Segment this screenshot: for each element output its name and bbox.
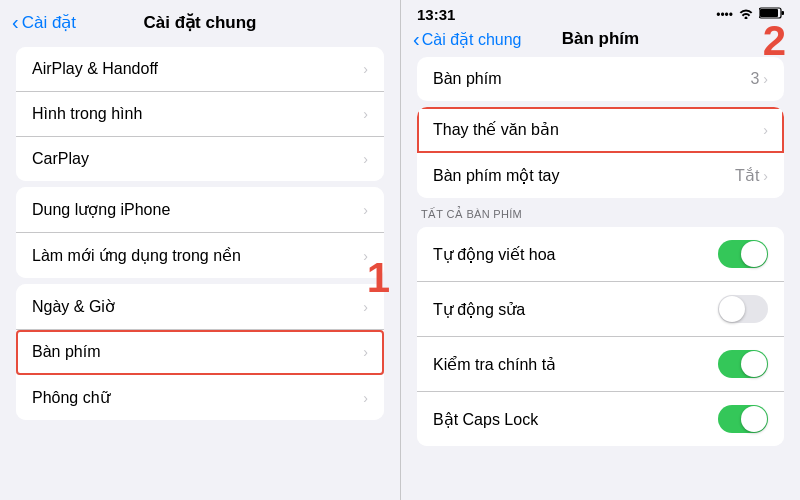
spell-check-item[interactable]: Kiểm tra chính tả <box>417 337 784 392</box>
one-hand-label: Bàn phím một tay <box>433 166 560 185</box>
left-group-3: Ngày & Giờ › Bàn phím › Phông chữ › <box>16 284 384 420</box>
chevron-icon: › <box>363 106 368 122</box>
list-item-airplay[interactable]: AirPlay & Handoff › <box>16 47 384 92</box>
list-item-datetime[interactable]: Ngày & Giờ › <box>16 284 384 330</box>
list-item-storage[interactable]: Dung lượng iPhone › <box>16 187 384 233</box>
wifi-icon <box>738 7 754 22</box>
right-back-label: Cài đặt chung <box>422 30 522 49</box>
left-group-1: AirPlay & Handoff › Hình trong hình › Ca… <box>16 47 384 181</box>
status-bar: 13:31 •••• <box>401 0 800 25</box>
step-badge-2: 2 <box>763 17 786 65</box>
toggle-knob <box>741 351 767 377</box>
svg-rect-1 <box>760 9 778 17</box>
chevron-icon: › <box>763 71 768 87</box>
right-back-chevron-icon: ‹ <box>413 28 420 51</box>
chevron-icon: › <box>363 202 368 218</box>
left-group-2: Dung lượng iPhone › Làm mới ứng dụng tro… <box>16 187 384 278</box>
auto-correct-toggle[interactable] <box>718 295 768 323</box>
toggle-knob <box>741 406 767 432</box>
right-back-button[interactable]: ‹ Cài đặt chung <box>413 28 522 51</box>
spell-check-toggle[interactable] <box>718 350 768 378</box>
airplay-label: AirPlay & Handoff <box>32 60 158 78</box>
keyboard-count-item[interactable]: Bàn phím 3 › <box>417 57 784 101</box>
section-header-label: TẤT CẢ BÀN PHÍM <box>417 204 784 225</box>
text-replace-item[interactable]: Thay thế văn bản › <box>417 107 784 153</box>
right-group-text: Thay thế văn bản › Bàn phím một tay Tắt … <box>417 107 784 198</box>
left-panel: ‹ Cài đặt Cài đặt chung AirPlay & Handof… <box>0 0 400 500</box>
caps-lock-toggle[interactable] <box>718 405 768 433</box>
font-label: Phông chữ <box>32 388 110 407</box>
left-nav-bar: ‹ Cài đặt Cài đặt chung <box>0 0 400 41</box>
text-replace-chevron: › <box>763 122 768 138</box>
keyboard-count-number: 3 <box>750 70 759 88</box>
list-item-carplay[interactable]: CarPlay › <box>16 137 384 181</box>
chevron-icon: › <box>363 344 368 360</box>
keyboard-count-label: Bàn phím <box>433 70 501 88</box>
chevron-icon: › <box>363 151 368 167</box>
svg-rect-2 <box>782 11 785 15</box>
toggle-knob <box>719 296 745 322</box>
left-nav-title: Cài đặt chung <box>144 12 257 33</box>
text-replace-label: Thay thế văn bản <box>433 120 559 139</box>
left-back-label: Cài đặt <box>22 12 76 33</box>
picture-label: Hình trong hình <box>32 105 142 123</box>
right-group-toggles: Tự động viết hoa Tự động sửa Kiểm tra ch… <box>417 227 784 446</box>
right-content: Bàn phím 3 › Thay thế văn bản › Bàn phím… <box>401 57 800 500</box>
step-badge-1: 1 <box>367 254 390 302</box>
refresh-label: Làm mới ứng dụng trong nền <box>32 246 241 265</box>
right-nav-bar: ‹ Cài đặt chung Bàn phím 2 <box>401 25 800 57</box>
signal-icon: •••• <box>716 8 733 22</box>
status-time: 13:31 <box>417 6 455 23</box>
keyboard-count-value-container: 3 › <box>750 70 768 88</box>
auto-correct-item[interactable]: Tự động sửa <box>417 282 784 337</box>
left-content: AirPlay & Handoff › Hình trong hình › Ca… <box>0 41 400 500</box>
auto-capitalize-item[interactable]: Tự động viết hoa <box>417 227 784 282</box>
auto-capitalize-label: Tự động viết hoa <box>433 245 556 264</box>
one-hand-value-container: Tắt › <box>735 166 768 185</box>
right-nav-title: Bàn phím <box>562 29 639 49</box>
left-group-3-container: Ngày & Giờ › Bàn phím › Phông chữ › 1 <box>0 284 400 420</box>
toggle-knob <box>741 241 767 267</box>
list-item-font[interactable]: Phông chữ › <box>16 375 384 420</box>
chevron-icon: › <box>763 168 768 184</box>
one-hand-item[interactable]: Bàn phím một tay Tắt › <box>417 153 784 198</box>
auto-correct-label: Tự động sửa <box>433 300 525 319</box>
back-chevron-icon: ‹ <box>12 11 19 34</box>
keyboard-label: Bàn phím <box>32 343 100 361</box>
list-item-keyboard[interactable]: Bàn phím › <box>16 330 384 375</box>
right-panel: 13:31 •••• ‹ Cài đặt chung Bàn phím 2 Bà… <box>400 0 800 500</box>
right-group-keyboard-count: Bàn phím 3 › <box>417 57 784 101</box>
left-back-button[interactable]: ‹ Cài đặt <box>12 11 76 34</box>
carplay-label: CarPlay <box>32 150 89 168</box>
one-hand-value: Tắt <box>735 166 759 185</box>
list-item-picture[interactable]: Hình trong hình › <box>16 92 384 137</box>
chevron-icon: › <box>363 390 368 406</box>
caps-lock-label: Bật Caps Lock <box>433 410 538 429</box>
all-keyboards-section: TẤT CẢ BÀN PHÍM <box>417 204 784 225</box>
storage-label: Dung lượng iPhone <box>32 200 170 219</box>
chevron-icon: › <box>363 61 368 77</box>
spell-check-label: Kiểm tra chính tả <box>433 355 556 374</box>
list-item-refresh[interactable]: Làm mới ứng dụng trong nền › <box>16 233 384 278</box>
datetime-label: Ngày & Giờ <box>32 297 115 316</box>
caps-lock-item[interactable]: Bật Caps Lock <box>417 392 784 446</box>
auto-capitalize-toggle[interactable] <box>718 240 768 268</box>
chevron-icon: › <box>763 122 768 138</box>
